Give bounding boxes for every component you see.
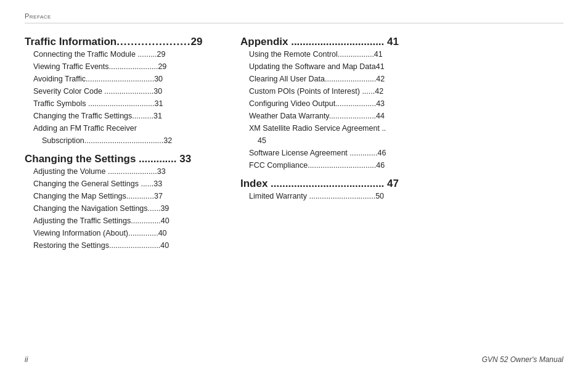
toc-label-video: Configuring Video Output................… <box>249 97 385 110</box>
toc-row-map-settings: Changing the Map Settings.............37 <box>25 190 216 202</box>
toc-row-fcc: FCC Compliance..........................… <box>240 159 444 171</box>
toc-row-avoiding: Avoiding Traffic........................… <box>25 73 216 85</box>
toc-label-severity: Severity Color Code ....................… <box>33 85 162 97</box>
toc-row-remote: Using the Remote Control................… <box>240 48 444 60</box>
toc-row-viewing-events: Viewing Traffic Events..................… <box>25 60 216 73</box>
toc-label-map-settings: Changing the Map Settings.............37 <box>33 190 163 202</box>
toc-label-clear-data: Clearing All User Data..................… <box>249 73 385 85</box>
toc-xm-line2: 45 <box>249 134 444 147</box>
toc-row-update: Updating the Software and Map Data41 <box>240 60 444 73</box>
section-traffic-info: Traffic Information ....................… <box>25 36 216 147</box>
toc-row-connecting: Connecting the Traffic Module .........2… <box>25 48 216 60</box>
page-header: Preface <box>25 11 563 23</box>
toc-label-general-settings: Changing the General Settings ......33 <box>33 178 162 190</box>
toc-row-software: Software License Agreement .............… <box>240 147 444 159</box>
footer-page-number: ii <box>25 355 28 364</box>
toc-label-software: Software License Agreement .............… <box>249 147 386 159</box>
toc-row-xm: XM Satellite Radio Service Agreement .. … <box>240 122 444 147</box>
toc-label-about: Viewing Information (About).............… <box>33 227 167 239</box>
section-traffic-page: 29 <box>190 36 202 48</box>
toc-row-restore: Restoring the Settings..................… <box>25 239 216 252</box>
toc-row-severity: Severity Color Code ....................… <box>25 85 216 97</box>
toc-label-pois: Custom POIs (Points of Interest) ......4… <box>249 85 383 97</box>
toc-xm-line1: XM Satellite Radio Service Agreement .. <box>249 122 444 134</box>
toc-row-warranty: Limited Warranty .......................… <box>240 190 444 202</box>
toc-content: Traffic Information ....................… <box>25 31 563 352</box>
section-changing-settings: Changing the Settings ............. 33 A… <box>25 153 216 252</box>
toc-row-traffic-settings: Changing the Traffic Settings..........3… <box>25 110 216 122</box>
toc-row-general-settings: Changing the General Settings ......33 <box>25 178 216 190</box>
toc-label-traffic-settings: Changing the Traffic Settings..........3… <box>33 110 162 122</box>
section-appendix-heading: Appendix ...............................… <box>240 36 444 48</box>
toc-label-traffic-adj: Adjusting the Traffic Settings..........… <box>33 215 169 227</box>
toc-row-nav-settings: Changing the Navigation Settings......39 <box>25 202 216 215</box>
toc-row-clear-data: Clearing All User Data..................… <box>240 73 444 85</box>
section-settings-title: Changing the Settings ............. 33 <box>25 153 191 165</box>
section-index: Index ..................................… <box>240 178 444 202</box>
section-traffic-dots: ..................... <box>116 36 190 48</box>
toc-row-video: Configuring Video Output................… <box>240 97 444 110</box>
toc-label-update: Updating the Software and Map Data41 <box>249 60 385 73</box>
page-footer: ii GVN 52 Owner's Manual <box>25 352 563 364</box>
toc-label-avoiding: Avoiding Traffic........................… <box>33 73 163 85</box>
header-label: Preface <box>25 12 51 20</box>
toc-label-nav-settings: Changing the Navigation Settings......39 <box>33 202 169 215</box>
toc-row-symbols: Traffic Symbols ........................… <box>25 97 216 110</box>
toc-row-about: Viewing Information (About).............… <box>25 227 216 239</box>
toc-fm-line1: Adding an FM Traffic Receiver <box>33 122 216 134</box>
section-traffic-title: Traffic Information <box>25 36 116 48</box>
right-column: Appendix ...............................… <box>234 31 444 352</box>
toc-label-restore: Restoring the Settings..................… <box>33 239 169 252</box>
toc-label-volume: Adjusting the Volume ...................… <box>33 165 166 178</box>
section-settings-heading: Changing the Settings ............. 33 <box>25 153 216 165</box>
toc-label-remote: Using the Remote Control................… <box>249 48 383 60</box>
toc-label-fcc: FCC Compliance..........................… <box>249 159 385 171</box>
toc-row-traffic-adj: Adjusting the Traffic Settings..........… <box>25 215 216 227</box>
toc-fm-line2: Subscription............................… <box>33 134 216 147</box>
toc-row-fm-receiver: Adding an FM Traffic Receiver Subscripti… <box>25 122 216 147</box>
toc-label-symbols: Traffic Symbols ........................… <box>33 97 163 110</box>
left-column: Traffic Information ....................… <box>25 31 234 352</box>
toc-label-viewing-events: Viewing Traffic Events..................… <box>33 60 166 73</box>
toc-label-warranty: Limited Warranty .......................… <box>249 190 384 202</box>
toc-label-connecting: Connecting the Traffic Module .........2… <box>33 48 165 60</box>
section-appendix-title: Appendix ...............................… <box>240 36 399 48</box>
section-index-heading: Index ..................................… <box>240 178 444 190</box>
section-appendix: Appendix ...............................… <box>240 36 444 171</box>
toc-label-weather: Weather Data Warranty...................… <box>249 110 385 122</box>
toc-row-weather: Weather Data Warranty...................… <box>240 110 444 122</box>
toc-row-volume: Adjusting the Volume ...................… <box>25 165 216 178</box>
section-index-title: Index ..................................… <box>240 178 399 190</box>
page: Preface Traffic Information ............… <box>0 0 588 375</box>
footer-product-name: GVN 52 Owner's Manual <box>482 355 563 364</box>
toc-row-pois: Custom POIs (Points of Interest) ......4… <box>240 85 444 97</box>
section-traffic-heading: Traffic Information ....................… <box>25 36 216 48</box>
